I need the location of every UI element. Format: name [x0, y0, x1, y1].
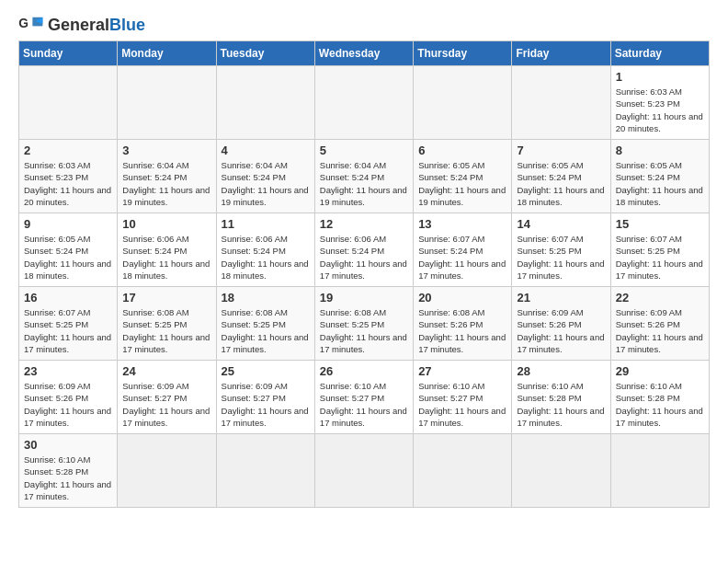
week-row-2: 9 Sunrise: 6:05 AM Sunset: 5:24 PM Dayli… — [19, 213, 710, 287]
calendar-cell — [216, 434, 314, 508]
calendar-cell — [610, 434, 709, 508]
calendar-cell: 16 Sunrise: 6:07 AM Sunset: 5:25 PM Dayl… — [19, 287, 118, 361]
calendar-cell: 13 Sunrise: 6:07 AM Sunset: 5:24 PM Dayl… — [414, 213, 512, 287]
calendar-cell — [414, 434, 512, 508]
daylight-text: Daylight: 11 hours and 20 minutes. — [24, 185, 111, 207]
sunset-text: Sunset: 5:27 PM — [418, 393, 483, 403]
cell-info: Sunrise: 6:10 AM Sunset: 5:28 PM Dayligh… — [616, 380, 704, 429]
calendar-cell: 1 Sunrise: 6:03 AM Sunset: 5:23 PM Dayli… — [610, 66, 709, 140]
sunset-text: Sunset: 5:26 PM — [418, 319, 483, 329]
week-row-3: 16 Sunrise: 6:07 AM Sunset: 5:25 PM Dayl… — [19, 287, 710, 361]
sunset-text: Sunset: 5:25 PM — [320, 319, 384, 329]
header: G GeneralBlue — [18, 15, 710, 35]
day-number: 12 — [320, 217, 408, 231]
daylight-text: Daylight: 11 hours and 20 minutes. — [616, 111, 703, 133]
day-number: 11 — [222, 217, 310, 231]
day-number: 23 — [24, 364, 112, 378]
sunrise-text: Sunrise: 6:07 AM — [517, 234, 583, 244]
day-number: 17 — [122, 291, 210, 304]
sunset-text: Sunset: 5:25 PM — [24, 319, 88, 329]
calendar-cell: 14 Sunrise: 6:07 AM Sunset: 5:25 PM Dayl… — [512, 213, 610, 287]
calendar-cell: 23 Sunrise: 6:09 AM Sunset: 5:26 PM Dayl… — [19, 361, 118, 434]
day-number: 8 — [616, 144, 704, 157]
cell-info: Sunrise: 6:10 AM Sunset: 5:28 PM Dayligh… — [24, 454, 112, 502]
daylight-text: Daylight: 11 hours and 17 minutes. — [320, 406, 407, 428]
day-number: 9 — [24, 217, 112, 231]
cell-info: Sunrise: 6:07 AM Sunset: 5:25 PM Dayligh… — [616, 233, 704, 282]
sunset-text: Sunset: 5:24 PM — [122, 172, 187, 182]
sunset-text: Sunset: 5:24 PM — [418, 246, 483, 256]
cell-info: Sunrise: 6:10 AM Sunset: 5:28 PM Dayligh… — [517, 380, 605, 429]
cell-info: Sunrise: 6:09 AM Sunset: 5:26 PM Dayligh… — [24, 380, 112, 429]
daylight-text: Daylight: 11 hours and 17 minutes. — [517, 406, 604, 428]
cell-info: Sunrise: 6:06 AM Sunset: 5:24 PM Dayligh… — [122, 233, 210, 282]
day-number: 14 — [517, 217, 605, 231]
sunset-text: Sunset: 5:28 PM — [24, 466, 88, 477]
daylight-text: Daylight: 11 hours and 18 minutes. — [222, 259, 309, 281]
sunset-text: Sunset: 5:24 PM — [122, 246, 187, 256]
calendar-cell: 7 Sunrise: 6:05 AM Sunset: 5:24 PM Dayli… — [512, 140, 610, 213]
calendar-cell: 8 Sunrise: 6:05 AM Sunset: 5:24 PM Dayli… — [610, 140, 709, 213]
cell-info: Sunrise: 6:07 AM Sunset: 5:25 PM Dayligh… — [517, 233, 605, 282]
calendar-cell: 15 Sunrise: 6:07 AM Sunset: 5:25 PM Dayl… — [610, 213, 709, 287]
logo-text: GeneralBlue — [48, 16, 145, 35]
calendar-cell — [314, 66, 413, 140]
sunset-text: Sunset: 5:25 PM — [616, 246, 680, 256]
sunset-text: Sunset: 5:24 PM — [24, 246, 88, 256]
sunset-text: Sunset: 5:24 PM — [517, 172, 581, 182]
cell-info: Sunrise: 6:08 AM Sunset: 5:25 PM Dayligh… — [320, 306, 408, 355]
calendar-cell: 29 Sunrise: 6:10 AM Sunset: 5:28 PM Dayl… — [610, 361, 709, 434]
daylight-text: Daylight: 11 hours and 17 minutes. — [320, 332, 407, 354]
calendar-cell: 30 Sunrise: 6:10 AM Sunset: 5:28 PM Dayl… — [19, 434, 118, 508]
daylight-text: Daylight: 11 hours and 17 minutes. — [122, 332, 210, 354]
sunset-text: Sunset: 5:25 PM — [122, 319, 187, 329]
day-number: 21 — [517, 291, 605, 304]
daylight-text: Daylight: 11 hours and 19 minutes. — [122, 185, 210, 207]
daylight-text: Daylight: 11 hours and 17 minutes. — [616, 406, 703, 428]
calendar-cell — [414, 66, 512, 140]
cell-info: Sunrise: 6:08 AM Sunset: 5:26 PM Dayligh… — [418, 306, 506, 355]
calendar-cell: 21 Sunrise: 6:09 AM Sunset: 5:26 PM Dayl… — [512, 287, 610, 361]
sunrise-text: Sunrise: 6:08 AM — [320, 307, 386, 317]
cell-info: Sunrise: 6:10 AM Sunset: 5:27 PM Dayligh… — [320, 380, 408, 429]
cell-info: Sunrise: 6:08 AM Sunset: 5:25 PM Dayligh… — [122, 306, 210, 355]
sunset-text: Sunset: 5:24 PM — [616, 172, 680, 182]
calendar-cell — [118, 66, 216, 140]
daylight-text: Daylight: 11 hours and 17 minutes. — [616, 259, 703, 281]
sunrise-text: Sunrise: 6:05 AM — [616, 160, 682, 170]
cell-info: Sunrise: 6:09 AM Sunset: 5:27 PM Dayligh… — [122, 380, 210, 429]
sunrise-text: Sunrise: 6:07 AM — [418, 234, 484, 244]
sunrise-text: Sunrise: 6:09 AM — [517, 307, 583, 317]
calendar-cell: 10 Sunrise: 6:06 AM Sunset: 5:24 PM Dayl… — [118, 213, 216, 287]
daylight-text: Daylight: 11 hours and 17 minutes. — [24, 332, 111, 354]
day-number: 2 — [24, 144, 112, 157]
day-number: 10 — [122, 217, 210, 231]
sunrise-text: Sunrise: 6:07 AM — [616, 234, 682, 244]
day-number: 22 — [616, 291, 704, 304]
calendar-cell: 25 Sunrise: 6:09 AM Sunset: 5:27 PM Dayl… — [216, 361, 314, 434]
sunrise-text: Sunrise: 6:06 AM — [320, 234, 386, 244]
calendar-cell: 22 Sunrise: 6:09 AM Sunset: 5:26 PM Dayl… — [610, 287, 709, 361]
sunset-text: Sunset: 5:27 PM — [122, 393, 187, 403]
day-number: 20 — [418, 291, 506, 304]
sunrise-text: Sunrise: 6:09 AM — [24, 381, 90, 391]
daylight-text: Daylight: 11 hours and 19 minutes. — [418, 185, 506, 207]
sunrise-text: Sunrise: 6:03 AM — [616, 86, 682, 97]
sunrise-text: Sunrise: 6:09 AM — [122, 381, 188, 391]
day-number: 28 — [517, 364, 605, 378]
day-number: 30 — [24, 438, 112, 452]
daylight-text: Daylight: 11 hours and 17 minutes. — [517, 332, 604, 354]
calendar-cell — [512, 66, 610, 140]
calendar-cell: 26 Sunrise: 6:10 AM Sunset: 5:27 PM Dayl… — [314, 361, 413, 434]
sunrise-text: Sunrise: 6:10 AM — [320, 381, 386, 391]
cell-info: Sunrise: 6:06 AM Sunset: 5:24 PM Dayligh… — [320, 233, 408, 282]
calendar-cell: 17 Sunrise: 6:08 AM Sunset: 5:25 PM Dayl… — [118, 287, 216, 361]
daylight-text: Daylight: 11 hours and 17 minutes. — [222, 332, 309, 354]
weekday-header-saturday: Saturday — [610, 41, 709, 66]
sunrise-text: Sunrise: 6:04 AM — [122, 160, 188, 170]
calendar-table: SundayMondayTuesdayWednesdayThursdayFrid… — [18, 40, 710, 508]
day-number: 26 — [320, 364, 408, 378]
sunrise-text: Sunrise: 6:04 AM — [320, 160, 386, 170]
calendar-cell: 12 Sunrise: 6:06 AM Sunset: 5:24 PM Dayl… — [314, 213, 413, 287]
calendar-cell: 2 Sunrise: 6:03 AM Sunset: 5:23 PM Dayli… — [19, 140, 118, 213]
